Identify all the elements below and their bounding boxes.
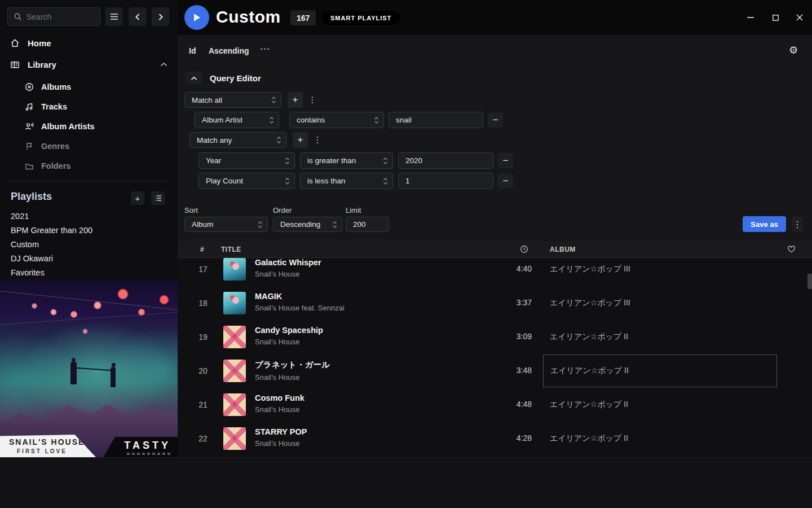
track-thumbnail xyxy=(223,292,246,314)
rule-operator-select[interactable]: is greater than xyxy=(300,152,393,169)
save-menu-button[interactable]: ⋮ xyxy=(792,217,803,232)
chevron-left-icon xyxy=(134,13,141,21)
hamburger-icon xyxy=(110,13,118,20)
track-album-cell[interactable]: エイリアン☆ポップ II xyxy=(550,400,628,410)
select-arrows-icon xyxy=(258,221,263,229)
rule-operator-select[interactable]: is less than xyxy=(300,173,393,189)
match-type-select-2[interactable]: Match any xyxy=(189,132,286,148)
track-duration: 3:09 xyxy=(471,332,532,341)
lantern-string xyxy=(0,310,178,325)
maximize-button[interactable] xyxy=(770,12,781,23)
minus-icon: − xyxy=(503,176,509,187)
column-header-title[interactable]: TITLE xyxy=(221,246,241,253)
rule-field-select[interactable]: Play Count xyxy=(198,173,295,189)
playlist-play-button[interactable] xyxy=(184,5,209,30)
add-rule-button-1[interactable]: + xyxy=(288,92,303,108)
close-button[interactable] xyxy=(794,12,805,23)
remove-rule-button[interactable]: − xyxy=(498,173,513,189)
remove-rule-button[interactable]: − xyxy=(498,153,513,168)
flag-icon xyxy=(25,142,34,151)
track-duration: 4:40 xyxy=(471,264,532,273)
playlist-item-favorites[interactable]: Favorites xyxy=(11,266,45,279)
search-input[interactable] xyxy=(27,12,94,21)
track-artist: Snail’s House xyxy=(255,270,321,278)
track-album-cell-focused[interactable]: エイリアン☆ポップ II xyxy=(543,354,777,387)
playlist-item-2021[interactable]: 2021 xyxy=(11,209,29,223)
player-bar: First Love ⋮ Snail’s House First Love xyxy=(0,457,812,508)
more-options-button[interactable]: ⋯ xyxy=(260,43,270,55)
table-row[interactable]: 17 Galactic Whisper Snail’s House 4:40 エ… xyxy=(178,258,812,286)
track-thumbnail xyxy=(223,393,246,416)
query-editor-title: Query Editor xyxy=(210,73,261,83)
sidebar-item-label: Library xyxy=(28,60,56,69)
rule-value-input[interactable] xyxy=(398,152,493,169)
add-rule-button-2[interactable]: + xyxy=(293,132,308,148)
track-album-cell[interactable]: エイリアン☆ポップ II xyxy=(550,433,628,444)
folder-icon xyxy=(25,161,34,170)
playlist-list-button[interactable] xyxy=(151,191,165,205)
track-title: MAGIK xyxy=(255,292,345,301)
column-header-album[interactable]: ALBUM xyxy=(550,246,576,253)
select-value: Year xyxy=(206,156,221,165)
sidebar-item-folders[interactable]: Folders xyxy=(0,156,178,176)
table-row[interactable]: 21 Cosmo Funk Snail’s House 4:48 エイリアン☆ポ… xyxy=(178,388,812,422)
scrollbar-thumb[interactable] xyxy=(807,274,812,289)
column-header-favorite[interactable] xyxy=(787,245,796,253)
playlist-item-dj-okawari[interactable]: DJ Okawari xyxy=(11,252,53,265)
sidebar-item-genres[interactable]: Genres xyxy=(0,136,178,156)
rule-operator-select[interactable]: contains xyxy=(289,112,384,128)
lantern-string xyxy=(0,290,178,312)
back-button[interactable] xyxy=(129,7,146,26)
sidebar-item-label: Tracks xyxy=(41,102,67,111)
limit-input[interactable] xyxy=(346,217,389,232)
column-header-index[interactable]: # xyxy=(200,246,204,253)
track-title: プラネット・ガール xyxy=(255,360,330,370)
query-editor-collapse-button[interactable] xyxy=(186,72,202,85)
sidebar-item-albums[interactable]: Albums xyxy=(0,77,178,97)
column-header-duration[interactable] xyxy=(520,245,528,253)
save-as-button[interactable]: Save as xyxy=(743,216,786,232)
rule-value-input[interactable] xyxy=(389,112,483,128)
track-artist: Snail’s House xyxy=(255,373,330,382)
settings-gear-button[interactable]: ⚙ xyxy=(789,44,798,56)
rule-value-input[interactable] xyxy=(398,173,493,189)
chevron-up-icon[interactable] xyxy=(160,62,167,67)
track-number: 21 xyxy=(195,400,211,409)
track-number: 19 xyxy=(195,332,211,341)
sidebar-item-album-artists[interactable]: Album Artists xyxy=(0,116,178,136)
sidebar-item-tracks[interactable]: Tracks xyxy=(0,97,178,116)
heart-icon xyxy=(787,245,796,253)
table-row[interactable]: 19 Candy Spaceship Snail’s House 3:09 エイ… xyxy=(178,320,812,354)
table-row[interactable]: 22 STARRY POP Snail’s House 4:28 エイリアン☆ポ… xyxy=(178,422,812,456)
match-type-select-1[interactable]: Match all xyxy=(184,92,281,108)
table-row[interactable]: 18 MAGIK Snail’s House feat. Sennzai 3:3… xyxy=(178,286,812,320)
order-select[interactable]: Descending xyxy=(273,217,342,232)
track-album-cell[interactable]: エイリアン☆ポップ III xyxy=(550,264,630,274)
playlist-item-custom[interactable]: Custom xyxy=(11,238,39,251)
select-arrows-icon xyxy=(374,116,379,124)
track-title: Galactic Whisper xyxy=(255,258,321,267)
track-album-cell[interactable]: エイリアン☆ポップ III xyxy=(550,298,630,308)
group-menu-button-2[interactable]: ⋮ xyxy=(313,132,322,148)
search-box[interactable] xyxy=(7,7,100,26)
sort-select[interactable]: Album xyxy=(184,217,268,232)
sort-order-button[interactable]: Ascending xyxy=(209,46,249,55)
album-art-figure xyxy=(76,367,112,371)
sidebar-item-home[interactable]: Home xyxy=(0,33,178,53)
forward-button[interactable] xyxy=(152,7,169,26)
minimize-button[interactable] xyxy=(745,12,756,23)
group-menu-button-1[interactable]: ⋮ xyxy=(308,92,317,108)
album-art-watermark: TASTY xyxy=(103,437,178,457)
table-row[interactable]: 20 プラネット・ガール Snail’s House 3:48 エイリアン☆ポッ… xyxy=(178,354,812,388)
sidebar-item-library[interactable]: Library xyxy=(0,54,178,75)
menu-button[interactable] xyxy=(105,7,123,26)
sidebar-item-label: Home xyxy=(28,38,51,48)
rule-field-select[interactable]: Album Artist xyxy=(195,112,279,128)
rule-field-select[interactable]: Year xyxy=(198,152,295,169)
sort-field-button[interactable]: Id xyxy=(189,46,196,55)
remove-rule-button[interactable]: − xyxy=(488,112,503,128)
add-playlist-button[interactable]: + xyxy=(131,191,144,205)
home-icon xyxy=(10,38,20,48)
track-album-cell[interactable]: エイリアン☆ポップ II xyxy=(550,332,628,342)
playlist-item-bpm[interactable]: BPM Greater than 200 xyxy=(11,224,92,237)
